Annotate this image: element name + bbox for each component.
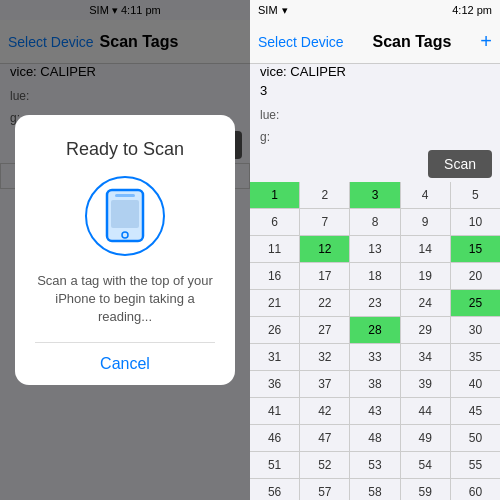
grid-cell-52[interactable]: 52 bbox=[300, 452, 349, 478]
grid-cell-27[interactable]: 27 bbox=[300, 317, 349, 343]
right-scan-button[interactable]: Scan bbox=[428, 150, 492, 178]
overlay-box: Ready to Scan Scan a tag with the top of… bbox=[15, 115, 235, 386]
grid-cell-22[interactable]: 22 bbox=[300, 290, 349, 316]
grid-row-1: 678910 bbox=[250, 209, 500, 235]
grid-cell-58[interactable]: 58 bbox=[350, 479, 399, 500]
grid-cell-37[interactable]: 37 bbox=[300, 371, 349, 397]
grid-cell-3[interactable]: 3 bbox=[350, 182, 399, 208]
grid-cell-38[interactable]: 38 bbox=[350, 371, 399, 397]
grid-cell-15[interactable]: 15 bbox=[451, 236, 500, 262]
grid-cell-35[interactable]: 35 bbox=[451, 344, 500, 370]
right-device-value: vice: CALIPER bbox=[250, 64, 500, 83]
cancel-wrap: Cancel bbox=[35, 342, 215, 385]
grid-cell-12[interactable]: 12 bbox=[300, 236, 349, 262]
right-status-bar: SIM ▾ 4:12 pm bbox=[250, 0, 500, 20]
grid-cell-41[interactable]: 41 bbox=[250, 398, 299, 424]
right-value-3: 3 bbox=[250, 83, 500, 102]
grid-cell-9[interactable]: 9 bbox=[401, 209, 450, 235]
grid-cell-47[interactable]: 47 bbox=[300, 425, 349, 451]
add-button[interactable]: + bbox=[480, 30, 492, 53]
grid-cell-23[interactable]: 23 bbox=[350, 290, 399, 316]
overlay-body: Scan a tag with the top of your iPhone t… bbox=[35, 272, 215, 327]
grid-row-6: 3132333435 bbox=[250, 344, 500, 370]
grid-cell-56[interactable]: 56 bbox=[250, 479, 299, 500]
grid-cell-28[interactable]: 28 bbox=[350, 317, 399, 343]
grid-cell-45[interactable]: 45 bbox=[451, 398, 500, 424]
grid-cell-17[interactable]: 17 bbox=[300, 263, 349, 289]
right-time: 4:12 pm bbox=[452, 4, 492, 16]
grid-row-8: 4142434445 bbox=[250, 398, 500, 424]
grid-cell-57[interactable]: 57 bbox=[300, 479, 349, 500]
grid-cell-6[interactable]: 6 bbox=[250, 209, 299, 235]
grid-row-2: 1112131415 bbox=[250, 236, 500, 262]
grid-row-10: 5152535455 bbox=[250, 452, 500, 478]
grid-row-4: 2122232425 bbox=[250, 290, 500, 316]
grid-cell-60[interactable]: 60 bbox=[451, 479, 500, 500]
grid-cell-43[interactable]: 43 bbox=[350, 398, 399, 424]
right-scan-bar: Scan bbox=[250, 146, 500, 182]
grid-row-9: 4647484950 bbox=[250, 425, 500, 451]
grid-cell-55[interactable]: 55 bbox=[451, 452, 500, 478]
grid-cell-39[interactable]: 39 bbox=[401, 371, 450, 397]
grid-cell-14[interactable]: 14 bbox=[401, 236, 450, 262]
phone-icon bbox=[85, 176, 165, 256]
grid-cell-16[interactable]: 16 bbox=[250, 263, 299, 289]
grid-cell-54[interactable]: 54 bbox=[401, 452, 450, 478]
grid-cell-25[interactable]: 25 bbox=[451, 290, 500, 316]
grid-cell-34[interactable]: 34 bbox=[401, 344, 450, 370]
grid-cell-40[interactable]: 40 bbox=[451, 371, 500, 397]
tag-grid: 1234567891011121314151617181920212223242… bbox=[250, 182, 500, 500]
right-select-device[interactable]: Select Device bbox=[258, 34, 344, 50]
grid-cell-8[interactable]: 8 bbox=[350, 209, 399, 235]
grid-cell-20[interactable]: 20 bbox=[451, 263, 500, 289]
svg-rect-1 bbox=[115, 194, 135, 197]
grid-cell-48[interactable]: 48 bbox=[350, 425, 399, 451]
grid-cell-21[interactable]: 21 bbox=[250, 290, 299, 316]
grid-cell-59[interactable]: 59 bbox=[401, 479, 450, 500]
right-title: Scan Tags bbox=[373, 33, 452, 51]
grid-cell-51[interactable]: 51 bbox=[250, 452, 299, 478]
grid-row-7: 3637383940 bbox=[250, 371, 500, 397]
grid-cell-49[interactable]: 49 bbox=[401, 425, 450, 451]
grid-cell-1[interactable]: 1 bbox=[250, 182, 299, 208]
grid-cell-10[interactable]: 10 bbox=[451, 209, 500, 235]
grid-cell-4[interactable]: 4 bbox=[401, 182, 450, 208]
right-tag-label: g: bbox=[250, 124, 500, 146]
right-nav-bar: Select Device Scan Tags + bbox=[250, 20, 500, 64]
right-panel: SIM ▾ 4:12 pm Select Device Scan Tags + … bbox=[250, 0, 500, 500]
grid-cell-19[interactable]: 19 bbox=[401, 263, 450, 289]
grid-cell-36[interactable]: 36 bbox=[250, 371, 299, 397]
grid-cell-53[interactable]: 53 bbox=[350, 452, 399, 478]
grid-cell-50[interactable]: 50 bbox=[451, 425, 500, 451]
grid-cell-7[interactable]: 7 bbox=[300, 209, 349, 235]
svg-rect-3 bbox=[111, 200, 139, 228]
grid-cell-11[interactable]: 11 bbox=[250, 236, 299, 262]
grid-cell-30[interactable]: 30 bbox=[451, 317, 500, 343]
grid-cell-13[interactable]: 13 bbox=[350, 236, 399, 262]
grid-row-3: 1617181920 bbox=[250, 263, 500, 289]
right-signal: SIM ▾ bbox=[258, 4, 288, 17]
right-lue-label: lue: bbox=[250, 102, 500, 124]
grid-cell-24[interactable]: 24 bbox=[401, 290, 450, 316]
grid-row-11: 5657585960 bbox=[250, 479, 500, 500]
grid-cell-31[interactable]: 31 bbox=[250, 344, 299, 370]
grid-row-5: 2627282930 bbox=[250, 317, 500, 343]
grid-cell-42[interactable]: 42 bbox=[300, 398, 349, 424]
grid-cell-2[interactable]: 2 bbox=[300, 182, 349, 208]
scan-overlay: Ready to Scan Scan a tag with the top of… bbox=[0, 0, 250, 500]
grid-cell-44[interactable]: 44 bbox=[401, 398, 450, 424]
grid-cell-33[interactable]: 33 bbox=[350, 344, 399, 370]
cancel-button[interactable]: Cancel bbox=[100, 355, 150, 373]
grid-cell-18[interactable]: 18 bbox=[350, 263, 399, 289]
grid-cell-32[interactable]: 32 bbox=[300, 344, 349, 370]
grid-cell-29[interactable]: 29 bbox=[401, 317, 450, 343]
grid-row-0: 12345 bbox=[250, 182, 500, 208]
grid-cell-46[interactable]: 46 bbox=[250, 425, 299, 451]
grid-cell-26[interactable]: 26 bbox=[250, 317, 299, 343]
grid-cell-5[interactable]: 5 bbox=[451, 182, 500, 208]
left-panel: SIM ▾ 4:11 pm Select Device Scan Tags vi… bbox=[0, 0, 250, 500]
overlay-title: Ready to Scan bbox=[66, 139, 184, 160]
